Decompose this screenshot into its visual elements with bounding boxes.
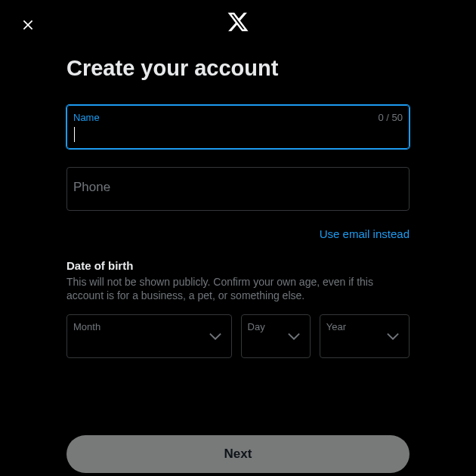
signup-form: Create your account Name 0 / 50 Phone Us… xyxy=(0,0,476,358)
name-field-container[interactable]: Name 0 / 50 xyxy=(66,105,410,149)
chevron-down-icon xyxy=(385,328,401,345)
name-input[interactable] xyxy=(67,106,409,148)
phone-label: Phone xyxy=(73,180,110,195)
dob-description: This will not be shown publicly. Confirm… xyxy=(66,275,410,302)
close-button[interactable] xyxy=(15,12,41,38)
page-title: Create your account xyxy=(66,56,410,81)
month-label: Month xyxy=(73,321,100,332)
chevron-down-icon xyxy=(286,328,302,345)
day-label: Day xyxy=(248,321,265,332)
next-button[interactable]: Next xyxy=(66,435,410,473)
name-label: Name xyxy=(73,112,100,123)
year-label: Year xyxy=(326,321,346,332)
phone-field-container[interactable]: Phone xyxy=(66,167,410,211)
use-email-link[interactable]: Use email instead xyxy=(320,227,410,240)
close-icon xyxy=(20,17,36,32)
chevron-down-icon xyxy=(207,328,224,345)
dob-heading: Date of birth xyxy=(66,259,410,272)
year-select[interactable]: Year xyxy=(320,314,410,358)
dob-select-row: Month Day Year xyxy=(66,314,410,358)
month-select[interactable]: Month xyxy=(66,314,232,358)
name-char-count: 0 / 50 xyxy=(378,112,403,123)
email-link-row: Use email instead xyxy=(66,227,410,241)
x-logo xyxy=(227,11,249,33)
day-select[interactable]: Day xyxy=(241,314,311,358)
phone-input[interactable] xyxy=(67,168,409,210)
text-cursor xyxy=(74,127,75,142)
